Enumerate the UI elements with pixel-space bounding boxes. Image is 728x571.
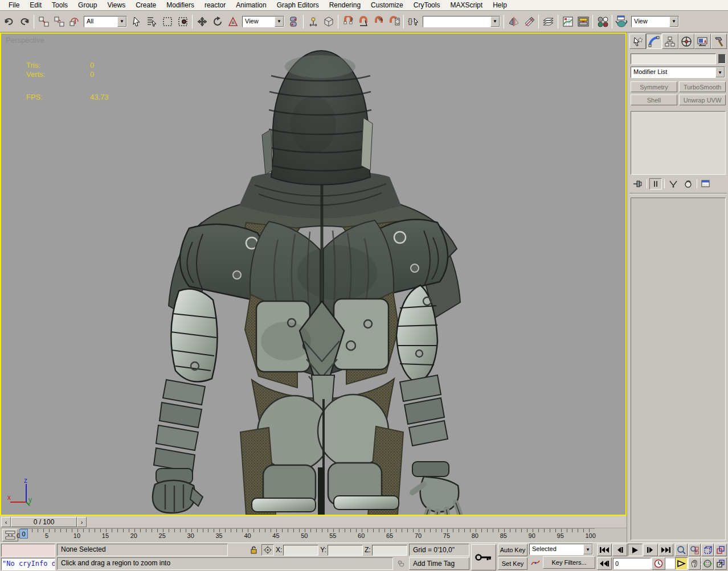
bind-to-space-warp-button[interactable] xyxy=(67,13,82,30)
schematic-view-button[interactable] xyxy=(575,13,591,30)
zoom-button[interactable] xyxy=(675,544,688,556)
tab-modify[interactable] xyxy=(646,34,662,49)
symmetry-button[interactable]: Symmetry xyxy=(631,81,677,92)
unlink-selection-button[interactable] xyxy=(51,13,67,30)
turbosmooth-button[interactable]: TurboSmooth xyxy=(679,81,726,92)
object-name-field[interactable] xyxy=(631,54,716,64)
use-pivot-point-center-button[interactable] xyxy=(286,13,301,30)
chevron-down-icon[interactable]: ▼ xyxy=(669,17,678,27)
x-field[interactable] xyxy=(283,545,318,556)
tab-hierarchy[interactable] xyxy=(662,34,678,49)
region-zoom-button[interactable] xyxy=(675,557,688,570)
select-and-link-button[interactable] xyxy=(36,13,51,30)
previous-frame-button[interactable] xyxy=(612,544,627,556)
chevron-down-icon[interactable]: ▼ xyxy=(117,17,126,27)
angle-snap-toggle-button[interactable] xyxy=(355,13,371,30)
named-selection-sets-button[interactable]: {} xyxy=(406,13,421,30)
tab-motion[interactable] xyxy=(678,34,695,49)
shell-button[interactable]: Shell xyxy=(631,95,677,105)
percent-snap-toggle-button[interactable]: % xyxy=(371,13,386,30)
menu-item-file[interactable]: File xyxy=(3,0,24,10)
zoom-extents-all-button[interactable] xyxy=(714,544,727,556)
perspective-viewport[interactable]: Perspective Tris:0 Verts:0 FPS:43,73 xyxy=(0,32,627,516)
spinner-snap-toggle-button[interactable] xyxy=(386,13,402,30)
min-max-toggle-button[interactable] xyxy=(714,557,727,570)
menu-item-maxscript[interactable]: MAXScript xyxy=(445,0,488,10)
modifier-list-combo[interactable]: Modifier List▼ xyxy=(631,67,725,78)
menu-item-reactor[interactable]: reactor xyxy=(199,0,231,10)
layer-manager-button[interactable] xyxy=(541,13,556,30)
pin-stack-button[interactable] xyxy=(632,178,644,190)
modifier-stack-list[interactable] xyxy=(631,111,726,175)
key-mode-combo[interactable]: Selected▼ xyxy=(529,544,593,555)
select-and-scale-button[interactable] xyxy=(225,13,240,30)
menu-item-views[interactable]: Views xyxy=(102,0,130,10)
tab-create[interactable] xyxy=(629,34,646,49)
select-by-name-button[interactable] xyxy=(144,13,159,30)
default-tangent-icon[interactable] xyxy=(529,557,542,568)
zoom-all-button[interactable] xyxy=(688,544,701,556)
reference-coordinate-combo[interactable]: View▼ xyxy=(242,16,284,27)
select-and-rotate-button[interactable] xyxy=(210,13,225,30)
zoom-extents-button[interactable] xyxy=(701,544,714,556)
listener-input-line[interactable] xyxy=(1,544,55,557)
tab-display[interactable] xyxy=(694,34,711,49)
render-type-combo[interactable]: View▼ xyxy=(631,16,679,27)
show-end-result-button[interactable] xyxy=(649,178,662,190)
time-slider-next-button[interactable]: › xyxy=(77,517,87,527)
redo-button[interactable] xyxy=(17,13,32,30)
chevron-down-icon[interactable]: ▼ xyxy=(275,17,284,27)
menu-item-group[interactable]: Group xyxy=(73,0,102,10)
unwrap-uvw-button[interactable]: Unwrap UVW xyxy=(679,95,726,105)
object-color-swatch[interactable] xyxy=(718,54,726,64)
key-mode-toggle-button[interactable] xyxy=(597,557,612,570)
time-slider-handle[interactable]: 0 xyxy=(19,529,28,539)
menu-item-customize[interactable]: Customize xyxy=(366,0,408,10)
model-3d-character[interactable] xyxy=(1,34,625,515)
menu-item-rendering[interactable]: Rendering xyxy=(324,0,366,10)
add-time-tag-button[interactable]: Add Time Tag xyxy=(409,557,469,570)
select-and-manipulate-button[interactable] xyxy=(305,13,321,30)
time-slider-prev-button[interactable]: ‹ xyxy=(1,517,11,527)
keyboard-shortcut-override-button[interactable] xyxy=(321,13,336,30)
chevron-down-icon[interactable]: ▼ xyxy=(583,544,592,554)
select-object-button[interactable] xyxy=(129,13,144,30)
menu-item-graph-editors[interactable]: Graph Editors xyxy=(272,0,324,10)
play-button[interactable] xyxy=(628,544,643,556)
undo-button[interactable] xyxy=(1,13,17,30)
menu-item-create[interactable]: Create xyxy=(130,0,161,10)
pan-button[interactable] xyxy=(688,557,701,570)
tab-utilities[interactable] xyxy=(711,34,727,49)
align-button[interactable] xyxy=(521,13,537,30)
named-selection-combo[interactable]: ▼ xyxy=(423,16,500,27)
trackbar-ruler[interactable]: 0 05101520253035404550556065707580859095… xyxy=(21,528,595,543)
render-setup-button[interactable] xyxy=(614,13,629,30)
menu-item-modifiers[interactable]: Modifiers xyxy=(161,0,199,10)
menu-item-animation[interactable]: Animation xyxy=(231,0,271,10)
z-field[interactable] xyxy=(372,545,407,556)
absolute-mode-toggle[interactable] xyxy=(261,544,274,556)
select-and-move-button[interactable] xyxy=(194,13,210,30)
configure-modifier-sets-button[interactable] xyxy=(700,178,712,190)
selection-lock-icon[interactable] xyxy=(247,544,260,556)
listener-output-line[interactable]: "No cryInfo d xyxy=(1,558,55,570)
time-configuration-button[interactable] xyxy=(652,557,665,570)
curve-editor-button[interactable] xyxy=(560,13,575,30)
key-filters-button[interactable]: Key Filters... xyxy=(543,556,595,569)
time-slider-button[interactable]: 0 / 100 xyxy=(11,517,77,527)
arc-rotate-button[interactable] xyxy=(701,557,714,570)
go-to-start-button[interactable] xyxy=(597,544,612,556)
window-crossing-button[interactable] xyxy=(175,13,190,30)
selection-filter-combo[interactable]: All▼ xyxy=(84,16,127,27)
auto-key-button[interactable]: Auto Key xyxy=(498,544,527,556)
snap-toggle-3d-button[interactable]: 3 xyxy=(340,13,355,30)
menu-item-help[interactable]: Help xyxy=(488,0,512,10)
open-mini-curve-editor-button[interactable] xyxy=(2,529,18,541)
set-keys-button[interactable] xyxy=(471,544,496,570)
menu-item-edit[interactable]: Edit xyxy=(24,0,47,10)
next-frame-button[interactable] xyxy=(643,544,658,556)
y-field[interactable] xyxy=(328,545,363,556)
material-editor-button[interactable] xyxy=(595,13,610,30)
chevron-down-icon[interactable]: ▼ xyxy=(715,67,725,77)
menu-item-tools[interactable]: Tools xyxy=(47,0,73,10)
